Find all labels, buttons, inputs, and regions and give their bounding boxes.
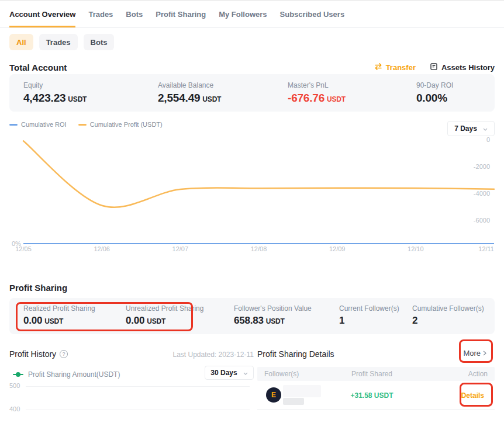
profit-history-y-tick: 500 [9, 382, 20, 389]
details-table-header: Follower(s) Profit Shared Action [257, 367, 495, 381]
profit-history-panel: Profit History ? Last Updated: 2023-12-1… [9, 345, 254, 430]
more-button[interactable]: More [463, 349, 486, 358]
stat-available-balance: Available Balance 2,554.49USDT [158, 81, 221, 105]
stat-realized-profit-sharing: Realized Profit Sharing 0.00USDT [23, 304, 95, 327]
assets-history-label: Assets History [441, 63, 495, 72]
transfer-icon [374, 63, 382, 72]
total-account-title: Total Account [9, 63, 67, 72]
profit-sharing-title: Profit Sharing [9, 283, 67, 293]
x-axis-label: 12/10 [408, 245, 424, 252]
stat-cumulative-followers: Cumulative Follower(s) 2 [412, 304, 484, 327]
tab-subscribed-users[interactable]: Subscribed Users [280, 1, 345, 27]
x-axis-label: 12/11 [478, 245, 494, 252]
transfer-label: Transfer [386, 63, 416, 72]
filter-pills: All Trades Bots [9, 34, 114, 50]
legend-cumulative-roi: Cumulative ROI [9, 121, 67, 128]
chevron-down-icon [483, 124, 488, 133]
total-account-stats-card: Equity 4,423.23USDT Available Balance 2,… [9, 74, 495, 112]
filter-bots[interactable]: Bots [84, 34, 115, 50]
profit-details-panel: Profit Sharing Details More Follower(s) … [257, 345, 495, 430]
x-axis-label: 12/05 [15, 245, 32, 252]
tab-account-overview[interactable]: Account Overview [9, 1, 75, 27]
right-axis-tick: -4000 [474, 190, 490, 197]
x-axis-label: 12/08 [251, 245, 267, 252]
details-button[interactable]: Details [461, 391, 484, 400]
x-axis-label: 12/07 [172, 245, 189, 252]
profit-line-swatch [78, 124, 87, 126]
profit-sharing-stats-card: Realized Profit Sharing 0.00USDT Unreali… [9, 298, 495, 334]
follower-name-redacted-2 [283, 398, 304, 405]
assets-history-icon [430, 63, 438, 72]
right-axis-tick: -2000 [474, 163, 490, 170]
chevron-down-icon [243, 369, 248, 377]
stat-follower-position-value: Follower's Position Value 658.83USDT [234, 304, 312, 327]
last-updated: Last Updated: 2023-12-11 [172, 351, 254, 359]
transfer-button[interactable]: Transfer [374, 63, 416, 72]
roi-line-swatch [9, 124, 18, 126]
chevron-right-icon [483, 349, 486, 358]
legend-cumulative-profit: Cumulative Profit (USDT) [78, 121, 163, 128]
profit-amount-marker-icon [13, 372, 23, 377]
follower-avatar: E [266, 387, 281, 403]
profit-history-gridline [26, 410, 250, 410]
profit-history-title: Profit History ? [9, 349, 68, 359]
profit-history-y-tick: 400 [9, 405, 20, 412]
x-axis-label: 12/06 [94, 245, 110, 252]
col-followers: Follower(s) [264, 370, 299, 378]
profit-history-gridline [26, 386, 250, 387]
filter-trades[interactable]: Trades [39, 34, 78, 50]
profit-details-title: Profit Sharing Details [257, 349, 334, 359]
right-axis-tick: 0 [486, 136, 490, 143]
tab-my-followers[interactable]: My Followers [219, 1, 267, 27]
range-select-7days[interactable]: 7 Days [447, 121, 495, 136]
tab-bots[interactable]: Bots [126, 1, 143, 27]
stat-masters-pnl: Master's PnL -676.76USDT [288, 81, 346, 105]
profit-shared-value: +31.58 USDT [350, 391, 393, 400]
assets-history-button[interactable]: Assets History [430, 63, 495, 72]
total-account-header: Total Account Transfer Assets History [9, 60, 495, 74]
follower-name-redacted [283, 385, 321, 397]
stat-90day-roi: 90-Day ROI 0.00% [416, 81, 453, 105]
filter-all[interactable]: All [9, 34, 33, 50]
profit-history-legend: Profit Sharing Amount(USDT) [13, 370, 120, 379]
profit-sharing-header: Profit Sharing [9, 280, 495, 294]
stat-equity: Equity 4,423.23USDT [23, 81, 87, 105]
stat-current-followers: Current Follower(s) 1 [339, 304, 399, 327]
col-action: Action [468, 370, 488, 378]
main-tab-bar: Account Overview Trades Bots Profit Shar… [0, 1, 504, 28]
help-icon[interactable]: ? [60, 350, 68, 358]
row-divider [257, 409, 495, 410]
follower-avatar-letter: E [271, 391, 276, 399]
right-axis-tick: -6000 [474, 217, 490, 224]
stat-unrealized-profit-sharing: Unrealized Profit Sharing 0.00USDT [126, 304, 203, 327]
tab-trades[interactable]: Trades [88, 1, 113, 27]
x-axis-label: 12/09 [329, 245, 346, 252]
main-chart-legend: Cumulative ROI Cumulative Profit (USDT) [9, 121, 163, 128]
tab-profit-sharing[interactable]: Profit Sharing [156, 1, 206, 27]
range-select-30days[interactable]: 30 Days [205, 366, 254, 380]
col-profit-shared: Profit Shared [351, 370, 392, 378]
